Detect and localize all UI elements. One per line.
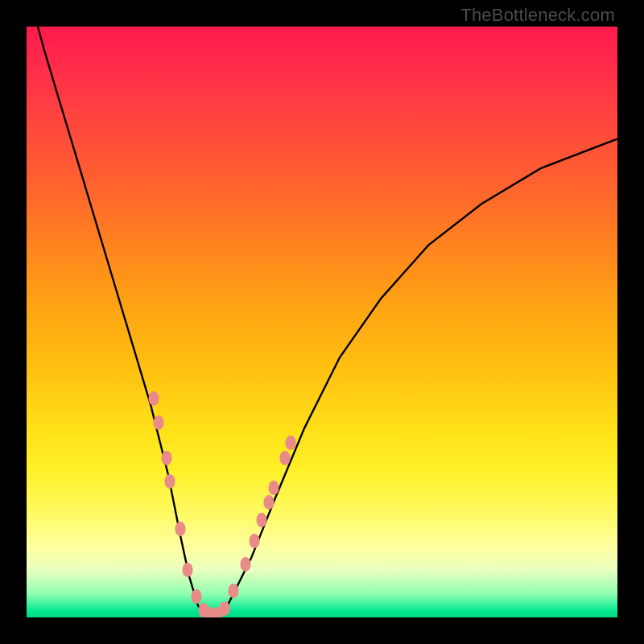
curve-marker (175, 522, 185, 536)
curve-marker (183, 563, 193, 577)
watermark-text: TheBottleneck.com (460, 5, 615, 26)
curve-marker (249, 534, 259, 548)
curve-marker (286, 436, 296, 450)
curve-marker (240, 557, 250, 572)
curve-markers (27, 27, 617, 617)
curve-marker (161, 451, 171, 465)
curve-marker (257, 513, 267, 527)
curve-marker (191, 589, 201, 604)
curve-marker (228, 584, 238, 598)
curve-marker (268, 481, 279, 495)
curve-marker (263, 495, 274, 510)
curve-marker (279, 451, 290, 465)
chart-frame: TheBottleneck.com (0, 0, 644, 644)
curve-marker (153, 415, 163, 430)
curve-marker (148, 391, 159, 406)
plot-area (27, 27, 617, 617)
curve-marker (165, 474, 175, 489)
curve-marker (219, 601, 229, 616)
